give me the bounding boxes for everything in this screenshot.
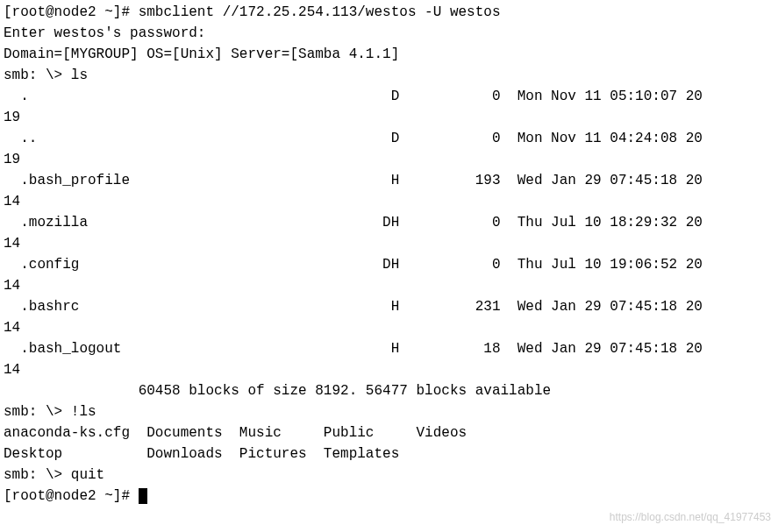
list-item: .mozilla DH 0 Thu Jul 10 18:29:32 20 — [4, 212, 774, 233]
list-item: . D 0 Mon Nov 11 05:10:07 20 — [4, 86, 774, 107]
smb-local-ls: smb: \> !ls — [4, 401, 774, 422]
server-info: Domain=[MYGROUP] OS=[Unix] Server=[Samba… — [4, 44, 774, 65]
list-item-wrap: 14 — [4, 275, 774, 296]
list-item: .. D 0 Mon Nov 11 04:24:08 20 — [4, 128, 774, 149]
file-listing: . D 0 Mon Nov 11 05:10:07 2019 .. D 0 Mo… — [4, 86, 774, 380]
list-item-wrap: 14 — [4, 359, 774, 380]
smb-quit: smb: \> quit — [4, 465, 774, 486]
list-item-wrap: 14 — [4, 233, 774, 254]
smb-ls-command: smb: \> ls — [4, 65, 774, 86]
cursor-icon — [139, 488, 147, 504]
list-item-wrap: 14 — [4, 191, 774, 212]
password-prompt: Enter westos's password: — [4, 23, 774, 44]
blocks-summary: 60458 blocks of size 8192. 56477 blocks … — [4, 380, 774, 401]
local-ls-row1: anaconda-ks.cfg Documents Music Public V… — [4, 422, 774, 443]
list-item: .config DH 0 Thu Jul 10 19:06:52 20 — [4, 254, 774, 275]
list-item-wrap: 19 — [4, 149, 774, 170]
list-item: .bash_profile H 193 Wed Jan 29 07:45:18 … — [4, 170, 774, 191]
list-item: .bash_logout H 18 Wed Jan 29 07:45:18 20 — [4, 338, 774, 359]
command-smbclient: [root@node2 ~]# smbclient //172.25.254.1… — [4, 2, 774, 23]
shell-prompt[interactable]: [root@node2 ~]# — [4, 486, 774, 507]
list-item: .bashrc H 231 Wed Jan 29 07:45:18 20 — [4, 296, 774, 317]
local-ls-row2: Desktop Downloads Pictures Templates — [4, 443, 774, 465]
list-item-wrap: 14 — [4, 317, 774, 338]
list-item-wrap: 19 — [4, 107, 774, 128]
terminal-output[interactable]: [root@node2 ~]# smbclient //172.25.254.1… — [4, 2, 774, 507]
watermark-text: https://blog.csdn.net/qq_41977453 — [610, 509, 771, 525]
